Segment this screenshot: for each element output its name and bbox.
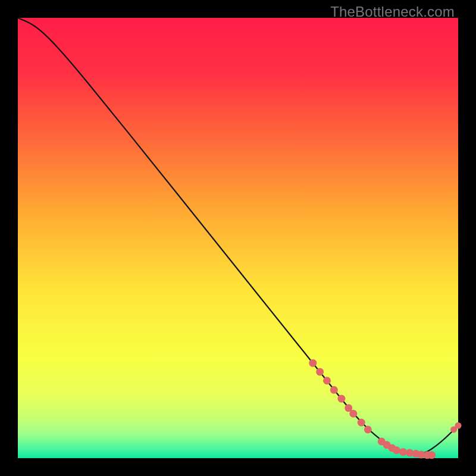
data-point [349,410,357,418]
plot-area [18,18,458,458]
data-point [399,448,407,456]
data-point [364,425,372,433]
chart-overlay [18,18,458,458]
data-point [428,451,436,459]
data-point [323,377,331,384]
marker-cluster-dense [309,359,436,459]
line-series [18,18,458,454]
data-point [330,386,338,394]
data-point [455,422,462,429]
data-point [309,359,317,367]
marker-cluster-tail [450,422,461,433]
chart-frame: TheBottleneck.com [0,0,476,476]
data-point [316,368,324,375]
data-point [358,419,365,427]
data-point [337,395,345,403]
data-point [393,446,400,454]
